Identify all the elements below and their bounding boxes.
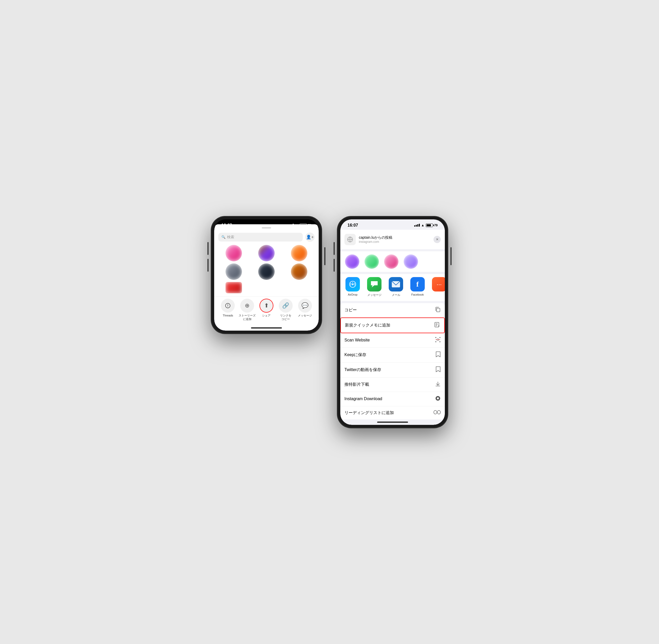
share-source-url: instagram.com — [359, 240, 430, 244]
instagram-download-label: Instagram Download — [345, 396, 382, 401]
share-source-info: captain.luからの投稿 instagram.com — [359, 235, 430, 244]
instagram-download-icon — [435, 395, 441, 402]
scan-icon — [435, 337, 441, 344]
home-indicator-2 — [377, 421, 408, 423]
推特-label: 推特影片下載 — [345, 382, 369, 387]
share-source-card: captain.luからの投稿 instagram.com ✕ — [340, 230, 445, 249]
vol-down-button[interactable] — [208, 259, 209, 272]
share-button[interactable]: ⬆ — [259, 299, 274, 313]
more-icon: ··· — [432, 277, 445, 292]
action-instagram-download[interactable]: Instagram Download — [340, 392, 445, 406]
status-time-2: 16:07 — [348, 223, 358, 228]
home-indicator-1 — [251, 327, 282, 328]
contacts-grid — [214, 245, 319, 296]
threads-label: Threads — [223, 314, 233, 317]
action-link[interactable]: 🔗 リンクをコピー — [277, 299, 295, 321]
search-icon: 🔍 — [221, 235, 226, 239]
svg-rect-4 — [437, 308, 440, 312]
contact-1[interactable] — [218, 245, 249, 261]
facebook-icon: f — [410, 277, 425, 292]
app-messages[interactable]: メッセージ — [366, 277, 382, 297]
share-source-title: captain.luからの投稿 — [359, 235, 430, 240]
app-airdrop[interactable]: AirDrop — [345, 277, 361, 297]
facebook-label: Facebook — [411, 293, 424, 296]
action-twitter-video[interactable]: Twitterの動画を保存 — [340, 363, 445, 377]
contact-3[interactable] — [284, 245, 314, 261]
action-story[interactable]: ⊕ ストーリーズに追加 — [238, 299, 256, 321]
vol-up-button[interactable] — [208, 242, 209, 255]
action-message[interactable]: 💬 メッセージ — [296, 299, 314, 321]
action-share[interactable]: ⬆ シェア — [257, 299, 276, 321]
message-button[interactable]: 💬 — [298, 299, 312, 313]
mail-icon — [389, 277, 403, 292]
share-close-button[interactable]: ✕ — [433, 236, 441, 243]
airdrop-icon — [346, 277, 360, 292]
battery-icon — [300, 224, 307, 227]
messages-icon — [367, 277, 381, 292]
action-keep[interactable]: Keepに保存 — [340, 348, 445, 363]
wifi-icon-2: ▲ — [421, 223, 424, 227]
contact-4[interactable] — [218, 263, 249, 280]
battery-icon-2 — [426, 224, 433, 227]
contact-2[interactable] — [251, 245, 282, 261]
link-button[interactable]: 🔗 — [279, 299, 293, 313]
link-label: リンクをコピー — [280, 314, 291, 321]
contact-7[interactable] — [218, 282, 249, 293]
screenshots-container: 16:07 ▲ 79 — [211, 216, 448, 428]
search-bar-row: 🔍 検索 👤+ — [214, 232, 319, 245]
search-placeholder: 検索 — [227, 235, 234, 239]
battery-percent-1: 79 — [308, 224, 311, 227]
people-row — [340, 251, 445, 272]
action-scan[interactable]: Scan Website — [340, 333, 445, 348]
svg-point-8 — [437, 397, 439, 399]
action-推特[interactable]: 推特影片下載 — [340, 377, 445, 392]
reading-icon — [433, 410, 441, 416]
power-button-2[interactable] — [450, 247, 451, 265]
person-2[interactable] — [364, 254, 379, 269]
action-copy[interactable]: コピー — [340, 303, 445, 318]
signal-icon — [288, 224, 294, 227]
story-label: ストーリーズに追加 — [239, 314, 256, 321]
status-time-1: 16:07 — [221, 223, 232, 228]
phone-1: 16:07 ▲ 79 — [211, 216, 322, 334]
share-label: シェア — [262, 314, 270, 317]
app-more[interactable]: ··· — [431, 277, 445, 297]
person-1[interactable] — [345, 254, 360, 269]
app-facebook[interactable]: f Facebook — [409, 277, 426, 297]
contact-5[interactable] — [251, 263, 282, 280]
action-list: コピー 新規クイックメモに追加 — [340, 303, 445, 419]
wifi-icon: ▲ — [295, 223, 298, 227]
add-contact-button[interactable]: 👤+ — [305, 232, 314, 242]
keep-icon — [436, 351, 441, 359]
search-bar[interactable]: 🔍 検索 — [218, 233, 303, 242]
share-sheet-1: 🔍 検索 👤+ — [214, 224, 319, 331]
quicknote-label: 新規クイックメモに追加 — [345, 323, 390, 328]
vol-down-button-2[interactable] — [334, 259, 335, 272]
twitter-video-label: Twitterの動画を保存 — [345, 367, 381, 373]
person-3[interactable] — [383, 254, 399, 269]
signal-icon-2 — [414, 224, 420, 227]
airdrop-label: AirDrop — [348, 293, 357, 296]
power-button[interactable] — [324, 247, 325, 265]
quicknote-icon — [434, 322, 440, 329]
phone-2: 16:07 ▲ 79 — [337, 216, 448, 428]
action-quicknote[interactable]: 新規クイックメモに追加 — [340, 318, 445, 333]
story-button[interactable]: ⊕ — [240, 299, 254, 313]
action-threads[interactable]: Threads — [219, 299, 237, 321]
apps-row: AirDrop メッセージ — [340, 274, 445, 301]
vol-up-button-2[interactable] — [334, 242, 335, 255]
status-bar-1: 16:07 ▲ 79 — [214, 220, 319, 230]
contact-6[interactable] — [284, 263, 314, 280]
twitter-video-icon — [436, 366, 441, 374]
status-icons-2: ▲ 79 — [414, 223, 438, 227]
mail-label: メール — [392, 293, 400, 297]
person-4[interactable] — [403, 254, 419, 269]
download-icon — [435, 381, 441, 388]
status-icons-1: ▲ 79 — [288, 223, 311, 227]
copy-icon — [435, 307, 441, 314]
copy-label: コピー — [345, 307, 357, 313]
app-mail[interactable]: メール — [388, 277, 404, 297]
message-label: メッセージ — [298, 314, 312, 317]
action-reading[interactable]: リーディングリストに追加 — [340, 406, 445, 419]
threads-button[interactable] — [221, 299, 235, 313]
